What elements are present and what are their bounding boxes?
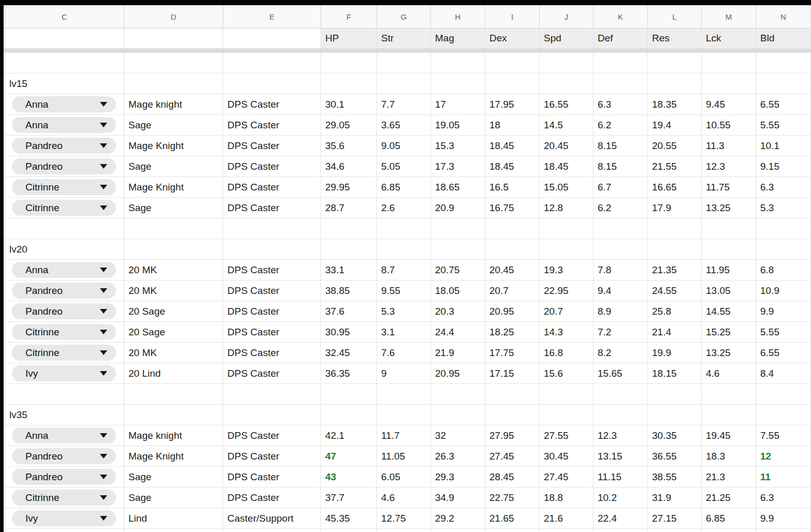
stat-cell-dex[interactable]: 18.45 [485, 136, 540, 156]
stat-cell-def[interactable]: 9.4 [593, 280, 648, 301]
stat-cell-hp[interactable]: 45.35 [321, 508, 377, 529]
empty-cell[interactable] [321, 529, 377, 532]
stat-cell-spd[interactable]: 18.45 [540, 156, 593, 177]
stat-cell-mag[interactable]: 21.9 [431, 343, 485, 363]
stat-cell-dex[interactable]: 16.5 [485, 177, 540, 198]
class-cell[interactable]: Sage [124, 115, 223, 136]
stat-cell-mag[interactable]: 20.3 [431, 301, 485, 322]
empty-cell[interactable] [377, 529, 431, 532]
stat-cell-dex[interactable]: 17.75 [485, 343, 540, 363]
empty-cell[interactable] [124, 53, 223, 73]
empty-cell[interactable] [223, 73, 321, 94]
column-header-F[interactable]: F [321, 5, 377, 28]
stat-cell-def[interactable]: 6.3 [593, 94, 648, 115]
empty-cell[interactable] [5, 28, 124, 49]
empty-cell[interactable] [124, 28, 223, 49]
empty-cell[interactable] [124, 73, 223, 94]
empty-cell[interactable] [485, 239, 540, 260]
stat-cell-def[interactable]: 6.2 [593, 115, 648, 136]
stat-cell-lck[interactable]: 21.25 [702, 487, 756, 508]
empty-cell[interactable] [321, 384, 377, 405]
stat-cell-bld[interactable]: 12 [756, 446, 811, 467]
empty-cell[interactable] [5, 529, 124, 532]
role-cell[interactable]: DPS Caster [223, 115, 321, 136]
column-header-K[interactable]: K [593, 5, 648, 28]
class-cell[interactable]: Sage [124, 487, 223, 508]
stat-cell-def[interactable]: 7.2 [593, 322, 648, 343]
character-dropdown[interactable]: Anna [12, 262, 116, 278]
empty-cell[interactable] [648, 73, 702, 94]
empty-cell[interactable] [756, 218, 811, 239]
character-cell[interactable]: Ivy [5, 508, 124, 529]
stat-cell-lck[interactable]: 13.05 [702, 280, 756, 301]
stat-cell-bld[interactable]: 6.3 [756, 487, 811, 508]
stat-cell-dex[interactable]: 18.25 [485, 322, 540, 343]
character-dropdown[interactable]: Pandreo [12, 448, 116, 464]
stat-cell-str[interactable]: 9.05 [377, 136, 431, 156]
role-cell[interactable]: DPS Caster [223, 177, 321, 198]
stat-cell-def[interactable]: 12.3 [593, 425, 648, 446]
stat-cell-def[interactable]: 10.2 [593, 487, 648, 508]
empty-cell[interactable] [124, 218, 223, 239]
stat-cell-mag[interactable]: 29.3 [431, 467, 485, 487]
empty-cell[interactable] [124, 239, 223, 260]
stat-cell-res[interactable]: 25.8 [648, 301, 702, 322]
character-cell[interactable]: Pandreo [5, 301, 124, 322]
field-header-str[interactable]: Str [377, 28, 431, 49]
class-cell[interactable]: 20 MK [124, 280, 223, 301]
empty-cell[interactable] [223, 53, 321, 73]
empty-cell[interactable] [485, 53, 540, 73]
empty-cell[interactable] [485, 529, 540, 532]
stat-cell-hp[interactable]: 38.85 [321, 280, 377, 301]
stat-cell-spd[interactable]: 22.95 [540, 280, 593, 301]
stat-cell-dex[interactable]: 28.45 [485, 467, 540, 487]
class-cell[interactable]: 20 MK [124, 343, 223, 363]
empty-cell[interactable] [648, 239, 702, 260]
stat-cell-hp[interactable]: 34.6 [321, 156, 377, 177]
stat-cell-def[interactable]: 22.4 [593, 508, 648, 529]
character-cell[interactable]: Pandreo [5, 467, 124, 487]
empty-cell[interactable] [540, 53, 593, 73]
class-cell[interactable]: 20 MK [124, 260, 223, 280]
stat-cell-dex[interactable]: 27.45 [485, 446, 540, 467]
stat-cell-spd[interactable]: 16.55 [540, 94, 593, 115]
field-header-bld[interactable]: Bld [756, 28, 811, 49]
stat-cell-spd[interactable]: 18.8 [540, 487, 593, 508]
stat-cell-hp[interactable]: 32.45 [321, 343, 377, 363]
empty-cell[interactable] [702, 405, 756, 425]
class-cell[interactable]: Mage Knight [124, 177, 223, 198]
stat-cell-bld[interactable]: 5.55 [756, 115, 811, 136]
class-cell[interactable]: Lind [124, 508, 223, 529]
column-header-L[interactable]: L [648, 5, 702, 28]
stat-cell-str[interactable]: 8.7 [377, 260, 431, 280]
character-dropdown[interactable]: Anna [12, 117, 116, 133]
character-dropdown[interactable]: Citrinne [12, 345, 116, 361]
stat-cell-spd[interactable]: 20.7 [540, 301, 593, 322]
stat-cell-dex[interactable]: 18.45 [485, 156, 540, 177]
stat-cell-bld[interactable]: 6.8 [756, 260, 811, 280]
empty-cell[interactable] [223, 28, 321, 49]
stat-cell-spd[interactable]: 19.3 [540, 260, 593, 280]
empty-cell[interactable] [702, 53, 756, 73]
empty-cell[interactable] [223, 239, 321, 260]
stat-cell-res[interactable]: 21.35 [648, 260, 702, 280]
stat-cell-dex[interactable]: 17.95 [485, 94, 540, 115]
stat-cell-lck[interactable]: 6.85 [702, 508, 756, 529]
class-cell[interactable]: 20 Sage [124, 301, 223, 322]
empty-cell[interactable] [702, 239, 756, 260]
stat-cell-res[interactable]: 24.55 [648, 280, 702, 301]
section-label-cell[interactable]: lv20 [5, 239, 124, 260]
section-label-cell[interactable]: lv15 [5, 73, 124, 94]
column-header-D[interactable]: D [124, 5, 223, 28]
class-cell[interactable]: Mage knight [124, 94, 223, 115]
empty-cell[interactable] [5, 384, 124, 405]
stat-cell-lck[interactable]: 18.3 [702, 446, 756, 467]
character-cell[interactable]: Citrinne [5, 198, 124, 218]
role-cell[interactable]: DPS Caster [223, 322, 321, 343]
character-cell[interactable]: Anna [5, 94, 124, 115]
role-cell[interactable]: DPS Caster [223, 280, 321, 301]
stat-cell-dex[interactable]: 16.75 [485, 198, 540, 218]
stat-cell-str[interactable]: 2.6 [377, 198, 431, 218]
empty-cell[interactable] [485, 405, 540, 425]
empty-cell[interactable] [124, 384, 223, 405]
